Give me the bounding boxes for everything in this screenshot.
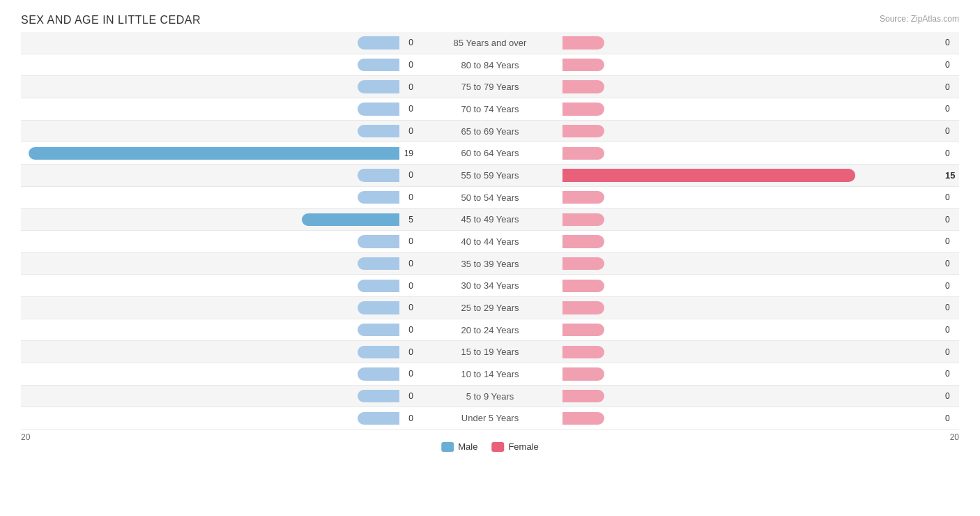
male-bar (358, 367, 399, 380)
female-bar-wrap (562, 235, 941, 248)
male-value: 0 (399, 281, 413, 291)
left-side: 5 (21, 208, 420, 230)
age-label: 80 to 84 Years (420, 60, 560, 70)
female-bar-wrap (562, 213, 941, 226)
female-bar-wrap (562, 103, 941, 115)
male-bar (29, 147, 399, 160)
male-value: 0 (399, 38, 413, 47)
male-bar-wrap (21, 390, 399, 402)
left-side: 0 (21, 341, 420, 363)
left-side: 0 (21, 76, 420, 98)
left-side: 0 (21, 297, 420, 319)
male-value: 0 (399, 192, 413, 202)
male-value: 0 (399, 347, 413, 357)
axis-bottom: 20 Male Female 20 (21, 430, 959, 457)
right-side: 0 (560, 231, 959, 252)
bar-row: 0Under 5 Years0 (21, 407, 959, 430)
age-label: 85 Years and over (420, 38, 560, 48)
bar-row: 020 to 24 Years0 (21, 319, 959, 342)
male-bar-wrap (21, 301, 399, 314)
female-value: 0 (945, 82, 959, 92)
female-value: 0 (945, 325, 959, 335)
left-side: 0 (21, 386, 420, 407)
age-label: 30 to 34 Years (420, 280, 560, 291)
female-bar (562, 191, 604, 204)
female-value: 0 (945, 215, 959, 225)
female-value: 0 (945, 259, 959, 268)
male-bar (358, 103, 399, 115)
male-bar-wrap (21, 346, 399, 358)
female-bar (562, 257, 604, 270)
male-value: 0 (399, 325, 413, 335)
age-label: 15 to 19 Years (420, 347, 560, 357)
age-label: 10 to 14 Years (420, 369, 560, 379)
right-side: 15 (560, 165, 959, 186)
bar-row: 030 to 34 Years0 (21, 275, 959, 297)
male-value: 0 (399, 391, 413, 401)
female-value: 0 (945, 38, 959, 47)
bar-row: 545 to 49 Years0 (21, 208, 959, 231)
bar-row: 040 to 44 Years0 (21, 231, 959, 253)
female-bar (562, 390, 604, 402)
female-value: 0 (945, 60, 959, 70)
male-bar-wrap (21, 169, 399, 181)
male-value: 0 (399, 126, 413, 136)
female-value: 15 (945, 170, 959, 181)
male-value: 0 (399, 60, 413, 70)
female-bar (562, 412, 604, 425)
male-bar (358, 191, 399, 204)
female-bar-wrap (562, 80, 941, 93)
right-side: 0 (560, 76, 959, 98)
bar-row: 085 Years and over0 (21, 32, 959, 54)
right-side: 0 (560, 142, 959, 164)
female-value: 0 (945, 391, 959, 401)
age-label: 5 to 9 Years (420, 391, 560, 402)
rows-container: 085 Years and over0080 to 84 Years0075 t… (21, 32, 959, 430)
left-side: 19 (21, 142, 420, 164)
left-side: 0 (21, 32, 420, 54)
female-value: 0 (945, 236, 959, 246)
male-value: 0 (399, 170, 413, 180)
female-bar-wrap (562, 301, 941, 314)
bar-row: 015 to 19 Years0 (21, 341, 959, 363)
male-value: 0 (399, 369, 413, 379)
female-bar (562, 301, 604, 314)
left-side: 0 (21, 253, 420, 275)
male-bar-wrap (21, 59, 399, 71)
male-bar (302, 213, 399, 226)
bar-row: 025 to 29 Years0 (21, 297, 959, 319)
male-value: 19 (399, 149, 413, 158)
male-bar (358, 412, 399, 425)
female-bar-wrap (562, 59, 941, 71)
right-side: 0 (560, 208, 959, 230)
female-bar-wrap (562, 412, 941, 425)
male-bar (358, 280, 399, 292)
male-bar (358, 125, 399, 137)
chart-area: 085 Years and over0080 to 84 Years0075 t… (21, 32, 959, 457)
female-bar (562, 346, 604, 358)
male-value: 0 (399, 104, 413, 114)
bar-row: 050 to 54 Years0 (21, 187, 959, 209)
female-swatch (491, 442, 504, 452)
left-side: 0 (21, 54, 420, 76)
chart-container: SEX AND AGE IN LITTLE CEDAR Source: ZipA… (0, 0, 980, 516)
female-bar (562, 280, 604, 292)
left-side: 0 (21, 275, 420, 296)
right-side: 0 (560, 54, 959, 76)
female-bar-wrap (562, 390, 941, 402)
female-bar-wrap (562, 36, 941, 49)
female-bar (562, 324, 604, 336)
male-value: 0 (399, 82, 413, 92)
axis-left-label: 20 (21, 432, 30, 442)
female-bar-wrap (562, 125, 941, 137)
left-side: 0 (21, 407, 420, 429)
right-side: 0 (560, 341, 959, 363)
female-bar (562, 36, 604, 49)
legend-female: Female (491, 441, 538, 452)
right-side: 0 (560, 386, 959, 407)
female-bar-wrap (562, 191, 941, 204)
age-label: 20 to 24 Years (420, 325, 560, 335)
bar-row: 1960 to 64 Years0 (21, 142, 959, 165)
male-bar-wrap (21, 147, 399, 160)
bar-row: 035 to 39 Years0 (21, 253, 959, 275)
